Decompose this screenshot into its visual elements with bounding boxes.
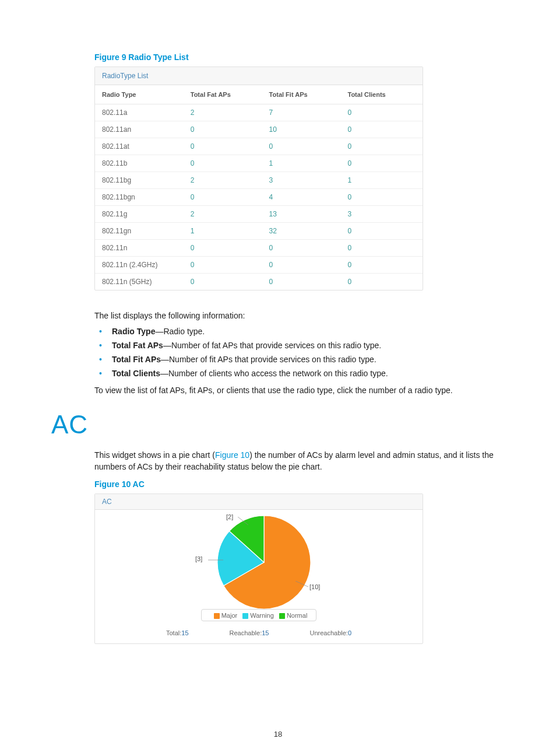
table-row: 802.11n (5GHz)000 [95,274,423,290]
stat-unreach-value[interactable]: 0 [348,629,351,636]
cell-total-clients[interactable]: 0 [340,121,423,138]
stat-total: Total:15 [166,629,189,636]
cell-total-fat-aps[interactable]: 0 [184,240,262,257]
header-total-fit-aps: Total Fit APs [262,85,341,104]
cell-radio-type: 802.11bg [95,172,184,189]
cell-total-fit-aps[interactable]: 0 [262,274,341,290]
cell-total-clients[interactable]: 0 [340,223,423,240]
cell-total-clients[interactable]: 0 [340,274,423,290]
cell-radio-type: 802.11n (2.4GHz) [95,257,184,274]
desc-term: Radio Type [112,327,155,336]
cell-radio-type: 802.11an [95,121,184,138]
page-number: 18 [0,730,556,738]
callout-major: [10] [309,583,320,590]
cell-total-fat-aps[interactable]: 0 [184,138,262,155]
swatch-warning-icon [242,613,248,619]
svg-line-2 [295,581,308,587]
section-heading-ac: AC [51,410,506,439]
stat-reach-value[interactable]: 15 [262,629,269,636]
cell-total-fit-aps[interactable]: 3 [262,172,341,189]
cell-radio-type: 802.11n (5GHz) [95,274,184,290]
cell-radio-type: 802.11n [95,240,184,257]
stat-reach-label: Reachable: [230,629,262,636]
table-row: 802.11at000 [95,138,423,155]
pie-legend: Major Warning Normal [201,609,316,621]
callout-line-icon [295,581,308,588]
callout-normal-text: [2] [226,513,233,520]
cell-total-fit-aps[interactable]: 13 [262,206,341,223]
legend-major: Major [221,612,238,619]
cell-total-fat-aps[interactable]: 2 [184,172,262,189]
cell-total-fit-aps[interactable]: 7 [262,104,341,121]
cell-total-fat-aps[interactable]: 0 [184,121,262,138]
cell-total-fit-aps[interactable]: 4 [262,189,341,206]
cell-total-fat-aps[interactable]: 0 [184,274,262,290]
list-item: Total Fit APs—Number of fit APs that pro… [93,355,506,364]
ac-intro-pre: This widget shows in a pie chart ( [94,450,215,460]
table-row: 802.11b010 [95,155,423,172]
desc-intro: The list displays the following informat… [94,310,506,322]
stat-unreachable: Unreachable:0 [309,629,351,636]
svg-line-0 [238,517,248,525]
legend-warning: Warning [250,612,274,619]
cell-total-clients[interactable]: 3 [340,206,423,223]
callout-major-text: [10] [309,583,320,590]
cell-total-fit-aps[interactable]: 10 [262,121,341,138]
desc-rest: —Radio type. [155,327,205,336]
cell-total-fit-aps[interactable]: 32 [262,223,341,240]
cell-total-fat-aps[interactable]: 0 [184,257,262,274]
cell-total-clients[interactable]: 0 [340,138,423,155]
callout-normal: [2] [226,513,233,520]
ac-intro: This widget shows in a pie chart (Figure… [94,450,506,473]
cell-total-fit-aps[interactable]: 1 [262,155,341,172]
cell-total-fat-aps[interactable]: 2 [184,206,262,223]
swatch-normal-icon [279,613,285,619]
ac-panel-title: AC [95,494,423,510]
cell-total-clients[interactable]: 0 [340,104,423,121]
cell-total-fat-aps[interactable]: 0 [184,189,262,206]
list-item: Total Clients—Number of clients who acce… [93,369,506,378]
cell-total-clients[interactable]: 0 [340,155,423,172]
cell-total-fit-aps[interactable]: 0 [262,240,341,257]
table-row: 802.11n (2.4GHz)000 [95,257,423,274]
cell-total-fat-aps[interactable]: 1 [184,223,262,240]
ac-pie-chart: [2] [3] [10] [95,510,423,609]
header-radio-type: Radio Type [95,85,184,104]
table-row: 802.11a270 [95,104,423,121]
stat-total-value[interactable]: 15 [181,629,188,636]
cell-radio-type: 802.11b [95,155,184,172]
table-row: 802.11n000 [95,240,423,257]
list-item: Radio Type—Radio type. [93,327,506,336]
legend-normal: Normal [287,612,307,619]
cell-total-fat-aps[interactable]: 0 [184,155,262,172]
cell-total-clients[interactable]: 0 [340,189,423,206]
desc-term: Total Clients [112,369,160,378]
table-row: 802.11an0100 [95,121,423,138]
cell-total-fat-aps[interactable]: 2 [184,104,262,121]
callout-line-icon [238,517,248,525]
cell-radio-type: 802.11gn [95,223,184,240]
radio-type-panel: RadioType List Radio Type Total Fat APs … [94,66,423,290]
stat-total-label: Total: [166,629,181,636]
figure-10-link[interactable]: Figure 10 [215,450,249,460]
radio-type-table: Radio Type Total Fat APs Total Fit APs T… [95,85,423,290]
cell-total-fit-aps[interactable]: 0 [262,138,341,155]
cell-total-fit-aps[interactable]: 0 [262,257,341,274]
swatch-major-icon [214,613,220,619]
callout-warning: [3] [195,555,202,562]
callout-line-icon [208,559,223,561]
cell-radio-type: 802.11a [95,104,184,121]
stat-reachable: Reachable:15 [230,629,269,636]
pie-chart-svg [217,516,311,609]
radio-type-panel-title: RadioType List [95,67,423,85]
figure-9-caption: Figure 9 Radio Type List [94,52,506,62]
table-row: 802.11g2133 [95,206,423,223]
cell-radio-type: 802.11at [95,138,184,155]
desc-rest: —Number of fit APs that provide services… [161,355,376,364]
cell-total-clients[interactable]: 0 [340,257,423,274]
cell-total-clients[interactable]: 1 [340,172,423,189]
desc-rest: —Number of fat APs that provide services… [163,341,381,350]
cell-total-clients[interactable]: 0 [340,240,423,257]
ac-stats-row: Total:15 Reachable:15 Unreachable:0 [95,629,423,636]
list-item: Total Fat APs—Number of fat APs that pro… [93,341,506,350]
